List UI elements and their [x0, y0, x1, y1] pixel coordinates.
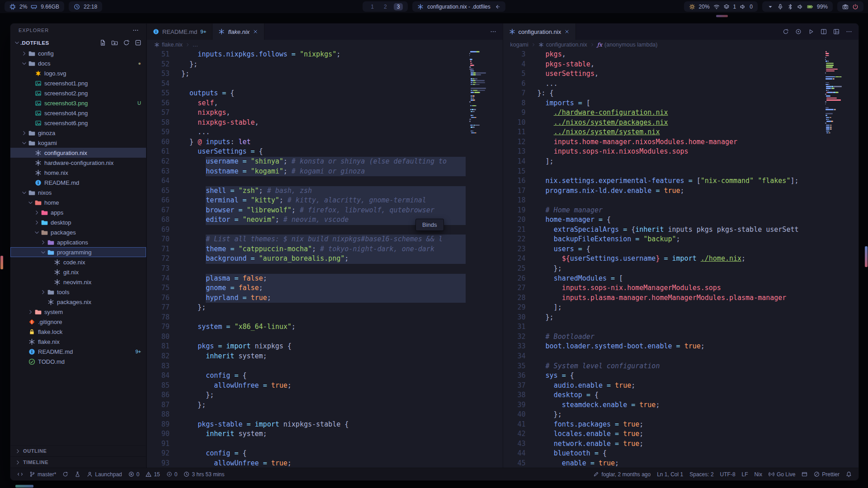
- chevron-down-icon[interactable]: [27, 200, 34, 206]
- prettier[interactable]: Prettier: [811, 468, 843, 480]
- remote-indicator[interactable]: [14, 468, 26, 480]
- breadcrumb-item-[interactable]: …: [193, 42, 198, 48]
- code-line-73[interactable]: 73: [147, 264, 467, 274]
- workspace-switcher[interactable]: 123: [363, 1, 408, 12]
- tree-item-flake-lock[interactable]: flake.lock: [10, 327, 146, 337]
- code-line-89[interactable]: 89 pkgs-stable = import nixpkgs-stable {: [147, 420, 467, 430]
- tree-item-home[interactable]: home: [10, 197, 146, 207]
- tree-item-system[interactable]: system: [10, 307, 146, 317]
- tree-item-kogami[interactable]: kogami: [10, 138, 146, 148]
- code-line-30[interactable]: 30 };: [503, 313, 823, 323]
- code-line-35[interactable]: 35 # System level configuration: [503, 361, 823, 371]
- code-line-84[interactable]: 84 config = {: [147, 371, 467, 381]
- code-line-17[interactable]: 17 programs.nix-ld.dev.enable = true;: [503, 186, 823, 196]
- more-actions-icon[interactable]: [132, 27, 139, 33]
- code-line-3[interactable]: 3 pkgs,: [503, 50, 823, 60]
- code-line-29[interactable]: 29 ];: [503, 303, 823, 313]
- code-line-42[interactable]: 42 locales.enable = true;: [503, 429, 823, 439]
- tree-item-docs[interactable]: docs●: [10, 58, 146, 68]
- code-line-87[interactable]: 87 };: [147, 400, 467, 410]
- tree-item-tools[interactable]: tools: [10, 287, 146, 297]
- tree-item-nixos[interactable]: nixos: [10, 188, 146, 197]
- tab-flake-nix[interactable]: flake.nix: [212, 23, 264, 40]
- workspace-1[interactable]: 1: [368, 3, 377, 10]
- problems-warnings[interactable]: 15: [142, 468, 163, 480]
- code-line-34[interactable]: 34: [503, 352, 823, 361]
- code-line-25[interactable]: 25 };: [503, 264, 823, 274]
- code-line-33[interactable]: 33 boot.loader.systemd-boot.enable = tru…: [503, 342, 823, 352]
- code-line-79[interactable]: 79 system = "x86_64-linux";: [147, 322, 467, 332]
- code-line-82[interactable]: 82 inherit system;: [147, 352, 467, 361]
- code-line-36[interactable]: 36 sys = {: [503, 371, 823, 381]
- chevron-down-icon[interactable]: [20, 140, 28, 146]
- tree-item-apps[interactable]: apps: [10, 207, 146, 217]
- tree-item-screenshot1-png[interactable]: screenshot1.png: [10, 78, 146, 88]
- code-line-88[interactable]: 88: [147, 410, 467, 420]
- minimap[interactable]: [822, 50, 859, 468]
- chevron-right-icon[interactable]: [20, 130, 28, 136]
- tree-item-screenshot3-png[interactable]: screenshot3.pngU: [10, 98, 146, 108]
- gitlens-blame[interactable]: foglar, 2 months ago: [590, 468, 654, 480]
- tree-item-neovim-nix[interactable]: neovim.nix: [10, 277, 146, 287]
- tree-item-flake-nix[interactable]: flake.nix: [10, 337, 146, 347]
- code-line-8[interactable]: 8 imports = [: [503, 99, 823, 108]
- language-mode[interactable]: Nix: [751, 468, 765, 480]
- code-line-4[interactable]: 4 pkgs-stable,: [503, 60, 823, 70]
- code-line-37[interactable]: 37 audio.enable = true;: [503, 381, 823, 391]
- code-line-19[interactable]: 19 # Home manager: [503, 206, 823, 216]
- code-line-67[interactable]: 67 browser = "librewolf"; # firefox, lib…: [147, 206, 467, 216]
- close-icon[interactable]: [564, 29, 570, 34]
- close-icon[interactable]: [253, 29, 258, 34]
- chevron-right-icon[interactable]: [33, 220, 40, 225]
- tree-item-configuration-nix[interactable]: configuration.nix: [10, 148, 146, 158]
- git-branch[interactable]: master*: [26, 468, 59, 480]
- browser-preview[interactable]: [798, 468, 811, 480]
- tree-item-desktop[interactable]: desktop: [10, 217, 146, 227]
- code-line-83[interactable]: 83: [147, 361, 467, 371]
- code-line-14[interactable]: 14 ];: [503, 157, 823, 167]
- code-line-70[interactable]: 70 # List all themes: $ nix build nixpkg…: [147, 235, 467, 244]
- tree-item-gitignore[interactable]: .gitignore: [10, 317, 146, 327]
- code-line-76[interactable]: 76 hyprland = true;: [147, 293, 467, 303]
- code-line-11[interactable]: 11 ../nixos/system/system.nix: [503, 127, 823, 137]
- tree-item-home-nix[interactable]: home.nix: [10, 168, 146, 178]
- indentation[interactable]: Spaces: 2: [686, 468, 717, 480]
- code-line-64[interactable]: 64: [147, 176, 467, 186]
- code-line-22[interactable]: 22 backupFileExtension = "backup";: [503, 235, 823, 244]
- tree-item-todo-md[interactable]: TODO.md: [10, 357, 146, 366]
- code-line-9[interactable]: 9 ./hardware-configuration.nix: [503, 108, 823, 118]
- chevron-right-icon[interactable]: [27, 309, 34, 315]
- chevron-right-icon[interactable]: [39, 239, 47, 245]
- synchronize-button[interactable]: [783, 28, 789, 35]
- chevron-down-icon[interactable]: [20, 190, 28, 196]
- code-line-26[interactable]: 26 sharedModules = [: [503, 274, 823, 284]
- tab-readme-md[interactable]: README.md9+: [147, 23, 212, 40]
- code-line-54[interactable]: 54: [147, 79, 467, 89]
- code-line-27[interactable]: 27 inputs.sops-nix.homeManagerModules.so…: [503, 283, 823, 293]
- code-line-62[interactable]: 62 username = "shinya"; # konsta or shin…: [147, 157, 467, 167]
- code-line-61[interactable]: 61 userSettings = {: [147, 147, 467, 157]
- breadcrumb-item-flake-nix[interactable]: flake.nix: [154, 42, 183, 48]
- code-line-58[interactable]: 58 nixpkgs-stable,: [147, 118, 467, 128]
- code-line-75[interactable]: 75 gnome = false;: [147, 283, 467, 293]
- code-line-41[interactable]: 41 fonts.packages = true;: [503, 420, 823, 430]
- tree-item-programming[interactable]: programming: [10, 247, 146, 257]
- code-line-60[interactable]: 60 } @ inputs: let: [147, 137, 467, 147]
- cursor-position[interactable]: Ln 1, Col 1: [654, 468, 686, 480]
- eol[interactable]: LF: [739, 468, 751, 480]
- tree-item-logo-svg[interactable]: logo.svg: [10, 68, 146, 78]
- chevron-right-icon[interactable]: [33, 210, 40, 216]
- code-line-59[interactable]: 59 ...: [147, 127, 467, 137]
- code-line-23[interactable]: 23 users = {: [503, 244, 823, 254]
- code-line-5[interactable]: 5 userSettings,: [503, 69, 823, 79]
- breadcrumb-item-configuration-nix[interactable]: configuration.nix: [538, 42, 587, 48]
- tree-item-applications[interactable]: applications: [10, 237, 146, 247]
- experiments[interactable]: [71, 468, 84, 480]
- new-file-button[interactable]: [99, 39, 106, 46]
- code-line-86[interactable]: 86 };: [147, 390, 467, 400]
- code-line-55[interactable]: 55 outputs = {: [147, 89, 467, 99]
- code-line-53[interactable]: 53};: [147, 69, 467, 79]
- code-line-85[interactable]: 85 allowUnfree = true;: [147, 381, 467, 391]
- collapse-folders-button[interactable]: [135, 39, 142, 46]
- code-editor[interactable]: 3 pkgs,4 pkgs-stable,5 userSettings,6 ..…: [503, 50, 823, 468]
